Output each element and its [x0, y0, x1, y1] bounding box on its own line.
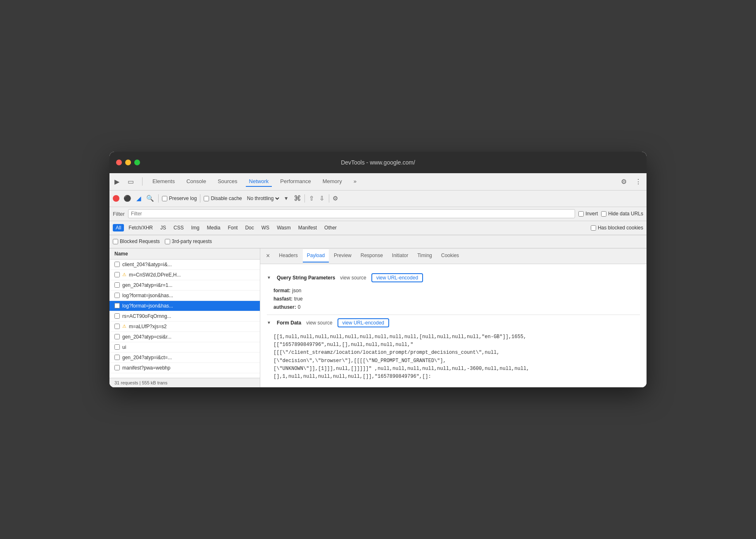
query-string-view-url-encoded[interactable]: view URL-encoded [371, 273, 423, 282]
close-button[interactable] [116, 160, 122, 165]
type-btn-font[interactable]: Font [225, 224, 240, 231]
window-title: DevTools - www.google.com/ [341, 159, 415, 166]
request-checkbox[interactable] [114, 355, 120, 360]
request-checkbox[interactable] [114, 313, 120, 319]
request-checkbox[interactable] [114, 303, 120, 308]
tab-elements[interactable]: Elements [149, 176, 178, 187]
third-party-label[interactable]: 3rd-party requests [165, 238, 212, 244]
blocked-requests-label[interactable]: Blocked Requests [113, 238, 160, 244]
type-btn-wasm[interactable]: Wasm [274, 224, 294, 231]
request-item[interactable]: client_204?&atyp=i&... [109, 260, 260, 270]
toolbar-sep-2 [158, 194, 159, 203]
tab-payload[interactable]: Payload [303, 249, 329, 262]
has-blocked-cookies-label[interactable]: Has blocked cookies [591, 225, 643, 231]
requests-panel: Name client_204?&atyp=i&... ⚠ m=CnSW2d,D… [109, 248, 260, 387]
tab-preview[interactable]: Preview [330, 249, 356, 262]
type-btn-js[interactable]: JS [157, 224, 169, 231]
request-item[interactable]: gen_204?atyp=csi&r... [109, 332, 260, 342]
type-btn-manifest[interactable]: Manifest [295, 224, 320, 231]
request-item[interactable]: gen_204?atyp=i&r=1... [109, 280, 260, 291]
download-icon[interactable]: ⇩ [319, 194, 326, 203]
warning-icon: ⚠ [122, 272, 126, 277]
tab-performance[interactable]: Performance [277, 176, 314, 187]
query-string-view-source[interactable]: view source [340, 275, 366, 281]
request-checkbox[interactable] [114, 324, 120, 329]
request-item[interactable]: ⚠ m=CnSW2d,DPreE,H... [109, 270, 260, 280]
network-settings-icon[interactable]: ⚙ [333, 195, 338, 202]
record-button[interactable] [113, 195, 119, 202]
request-name: rs=ACT90oFqOrnng... [122, 313, 255, 319]
tab-cookies[interactable]: Cookies [437, 249, 463, 262]
requests-count: 31 requests | 555 kB trans [114, 380, 167, 385]
throttle-select[interactable]: No throttling [245, 195, 281, 202]
request-item[interactable]: ui [109, 342, 260, 353]
tab-response[interactable]: Response [357, 249, 387, 262]
hide-data-urls-label[interactable]: Hide data URLs [601, 211, 643, 217]
type-btn-doc[interactable]: Doc [242, 224, 257, 231]
type-btn-img[interactable]: Img [188, 224, 202, 231]
filter-label: Filter [113, 211, 125, 217]
request-checkbox[interactable] [114, 365, 120, 370]
request-checkbox[interactable] [114, 293, 120, 298]
request-checkbox[interactable] [114, 262, 120, 267]
type-btn-css[interactable]: CSS [171, 224, 187, 231]
tab-network[interactable]: Network [246, 176, 272, 187]
throttle-dropdown-icon[interactable]: ▼ [284, 196, 289, 201]
preserve-log-checkbox[interactable] [162, 196, 167, 201]
triangle-icon: ▼ [267, 275, 271, 280]
tab-overflow[interactable]: » [350, 176, 360, 187]
search-icon[interactable]: 🔍 [145, 194, 155, 203]
settings-icon[interactable]: ⚙ [619, 177, 628, 186]
invert-label[interactable]: Invert [578, 211, 598, 217]
type-btn-ws[interactable]: WS [259, 224, 272, 231]
tab-timing[interactable]: Timing [413, 249, 436, 262]
details-tabs: × Headers Payload Preview Response Initi… [260, 248, 647, 264]
device-icon[interactable]: ▭ [126, 177, 136, 186]
minimize-button[interactable] [125, 160, 131, 165]
form-data-view-source[interactable]: view source [306, 320, 332, 326]
titlebar: DevTools - www.google.com/ [109, 152, 647, 173]
request-name: gen_204?atyp=i&ct=... [122, 355, 255, 360]
request-item[interactable]: log?format=json&has... [109, 291, 260, 301]
request-item[interactable]: rs=ACT90oFqOrnng... [109, 311, 260, 322]
maximize-button[interactable] [134, 160, 140, 165]
type-btn-media[interactable]: Media [204, 224, 223, 231]
invert-checkbox[interactable] [578, 211, 584, 217]
request-item[interactable]: gen_204?atyp=i&ct=... [109, 353, 260, 363]
clear-icon[interactable]: ⚫ [123, 194, 132, 203]
request-checkbox[interactable] [114, 272, 120, 277]
type-btn-other[interactable]: Other [321, 224, 340, 231]
more-options-icon[interactable]: ⋮ [633, 177, 643, 186]
request-item[interactable]: manifest?pwa=webhp [109, 363, 260, 373]
blocked-requests-checkbox[interactable] [113, 239, 118, 244]
type-btn-all[interactable]: All [113, 224, 124, 231]
request-checkbox[interactable] [114, 344, 120, 350]
disable-cache-label[interactable]: Disable cache [204, 196, 242, 201]
inspector-icon[interactable]: ▶ [113, 177, 121, 186]
tab-sources[interactable]: Sources [214, 176, 241, 187]
param-key-format: format: [273, 288, 290, 293]
request-checkbox[interactable] [114, 282, 120, 288]
param-row-authuser: authuser: 0 [267, 303, 640, 311]
tab-initiator[interactable]: Initiator [388, 249, 412, 262]
traffic-lights [116, 160, 140, 165]
has-blocked-cookies-checkbox[interactable] [591, 225, 596, 231]
hide-data-urls-checkbox[interactable] [601, 211, 606, 217]
upload-icon[interactable]: ⇧ [308, 194, 315, 203]
close-details-button[interactable]: × [264, 251, 272, 260]
type-btn-fetch-xhr[interactable]: Fetch/XHR [126, 224, 156, 231]
tab-console[interactable]: Console [183, 176, 209, 187]
tab-memory[interactable]: Memory [319, 176, 345, 187]
preserve-log-label[interactable]: Preserve log [162, 196, 197, 201]
request-item-selected[interactable]: log?format=json&has... [109, 301, 260, 311]
filter-icon[interactable]: ◢ [136, 194, 142, 203]
details-panel: × Headers Payload Preview Response Initi… [260, 248, 647, 387]
request-checkbox[interactable] [114, 334, 120, 339]
request-item[interactable]: ⚠ m=aLUfP?xjs=s2 [109, 322, 260, 332]
tab-headers[interactable]: Headers [275, 249, 302, 262]
third-party-checkbox[interactable] [165, 239, 170, 244]
disable-cache-checkbox[interactable] [204, 196, 209, 201]
form-data-view-url-encoded[interactable]: view URL-encoded [338, 318, 389, 327]
form-data-value: [[1,null,null,null,null,null,null,null,n… [267, 332, 640, 382]
filter-input[interactable] [128, 209, 575, 218]
